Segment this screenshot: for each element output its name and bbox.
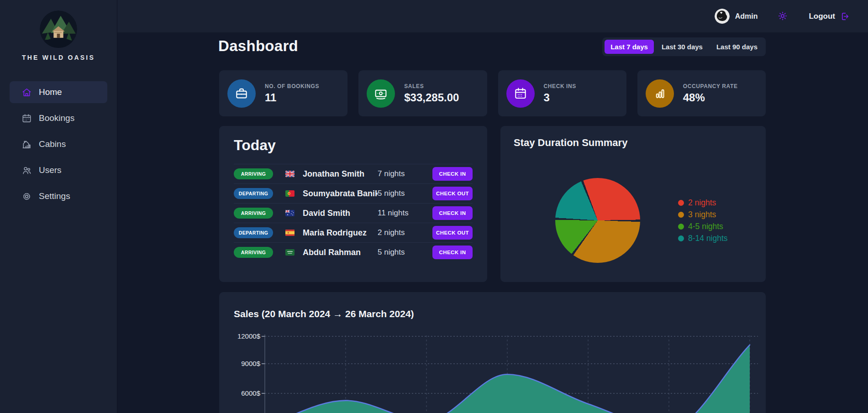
filter-last-90-days[interactable]: Last 90 days xyxy=(710,40,763,54)
today-row: ARRIVING David Smith 11 nights CHECK IN xyxy=(234,203,473,223)
sidebar-item-label: Home xyxy=(39,87,62,97)
check-in-button[interactable]: CHECK IN xyxy=(432,206,473,220)
gear-icon xyxy=(21,191,32,202)
y-tick-6000: 6000$ xyxy=(241,389,260,397)
stay-length: 2 nights xyxy=(378,228,432,237)
pie-chart xyxy=(555,178,640,263)
stay-duration-title: Stay Duration Summary xyxy=(514,137,752,149)
today-panel: Today ARRIVING Jonathan Smith 7 nights C… xyxy=(219,126,487,282)
sidebar-item-label: Settings xyxy=(39,191,70,201)
legend-label: 2 nights xyxy=(688,198,716,208)
filter-last-30-days[interactable]: Last 30 days xyxy=(656,40,709,54)
today-title: Today xyxy=(234,137,473,154)
flag-portugal-icon xyxy=(285,190,295,197)
stats-row: NO. OF BOOKINGS 11 SALES $33,285.00 CHEC… xyxy=(219,70,766,116)
legend-label: 3 nights xyxy=(688,210,716,220)
legend-label: 8-14 nights xyxy=(688,234,728,243)
status-badge: DEPARTING xyxy=(234,188,273,199)
logout-button[interactable]: Logout xyxy=(809,11,850,21)
logout-label: Logout xyxy=(809,12,835,21)
sales-area-chart: 12000$ 9000$ 6000$ xyxy=(219,292,766,413)
guest-name: Soumyabrata Banik xyxy=(303,189,378,199)
pie-legend-item: 2 nights xyxy=(678,197,728,209)
user-name: Admin xyxy=(735,12,758,21)
cabin-icon xyxy=(21,139,32,150)
stat-value: 3 xyxy=(544,91,576,104)
pie-legend-item: 8-14 nights xyxy=(678,232,728,244)
dark-mode-toggle[interactable] xyxy=(778,11,789,22)
today-row: ARRIVING Abdul Rahman 5 nights CHECK IN xyxy=(234,242,473,262)
sidebar-item-bookings[interactable]: Bookings xyxy=(10,107,107,129)
sidebar-item-label: Cabins xyxy=(39,139,66,149)
stay-duration-panel: Stay Duration Summary 2 nights 3 nights … xyxy=(500,126,766,282)
legend-dot xyxy=(678,212,684,218)
bar-chart-icon xyxy=(646,79,674,108)
stat-value: 11 xyxy=(265,91,319,104)
sidebar-item-home[interactable]: Home xyxy=(10,81,107,103)
banknote-icon xyxy=(367,79,395,108)
stay-length: 5 nights xyxy=(378,248,432,257)
briefcase-icon xyxy=(227,79,256,108)
status-badge: ARRIVING xyxy=(234,208,273,219)
guest-name: David Smith xyxy=(303,209,378,218)
sidebar-item-label: Bookings xyxy=(39,113,74,123)
legend-label: 4-5 nights xyxy=(688,222,723,231)
home-icon xyxy=(21,87,32,98)
today-list: ARRIVING Jonathan Smith 7 nights CHECK I… xyxy=(234,164,473,262)
avatar xyxy=(715,9,730,24)
calendar-icon xyxy=(506,79,535,108)
y-tick-9000: 9000$ xyxy=(241,360,260,367)
today-row: DEPARTING Maria Rodriguez 2 nights CHECK… xyxy=(234,223,473,242)
legend-dot xyxy=(678,235,684,241)
sidebar-item-users[interactable]: Users xyxy=(10,159,107,181)
pie-legend-item: 4-5 nights xyxy=(678,220,728,232)
sidebar: THE WILD OASIS Home Bookings Cabins xyxy=(0,0,117,413)
brand-name: THE WILD OASIS xyxy=(22,54,95,61)
stat-label: NO. OF BOOKINGS xyxy=(265,83,319,89)
stay-length: 7 nights xyxy=(378,169,432,178)
stat-card-sales: SALES $33,285.00 xyxy=(358,70,487,116)
app-logo xyxy=(40,10,77,48)
app-window: THE WILD OASIS Home Bookings Cabins xyxy=(0,0,868,413)
status-badge: DEPARTING xyxy=(234,227,273,238)
flag-saudi-arabia-icon xyxy=(285,249,295,256)
sales-panel: Sales (20 March 2024 → 26 March 2024) xyxy=(219,292,766,413)
guest-name: Jonathan Smith xyxy=(303,169,378,179)
stat-value: 48% xyxy=(683,91,738,104)
user-menu[interactable]: Admin xyxy=(715,9,758,24)
guest-name: Abdul Rahman xyxy=(303,248,378,257)
stat-label: SALES xyxy=(404,83,459,89)
check-out-button[interactable]: CHECK OUT xyxy=(432,187,473,200)
stat-value: $33,285.00 xyxy=(404,91,459,104)
pie-legend-item: 3 nights xyxy=(678,209,728,220)
y-tick-12000: 12000$ xyxy=(237,332,261,340)
check-in-button[interactable]: CHECK IN xyxy=(432,246,473,259)
today-row: DEPARTING Soumyabrata Banik 5 nights CHE… xyxy=(234,183,473,203)
sidebar-item-cabins[interactable]: Cabins xyxy=(10,133,107,155)
stat-card-bookings: NO. OF BOOKINGS 11 xyxy=(219,70,347,116)
stay-length: 5 nights xyxy=(378,189,432,198)
header: Admin Logout xyxy=(117,0,868,33)
filter-last-7-days[interactable]: Last 7 days xyxy=(605,40,654,54)
guest-name: Maria Rodriguez xyxy=(303,228,378,238)
check-out-button[interactable]: CHECK OUT xyxy=(432,226,473,240)
date-range-filter: Last 7 days Last 30 days Last 90 days xyxy=(602,37,766,56)
flag-australia-icon xyxy=(285,210,295,216)
calendar-icon xyxy=(21,113,32,124)
flag-uk-icon xyxy=(285,171,295,177)
legend-dot xyxy=(678,224,684,230)
sidebar-nav: Home Bookings Cabins Users xyxy=(0,81,117,207)
stat-card-checkins: CHECK INS 3 xyxy=(498,70,626,116)
check-in-button[interactable]: CHECK IN xyxy=(432,167,473,181)
flag-spain-icon xyxy=(285,230,295,236)
pie-legend: 2 nights 3 nights 4-5 nights 8-14 nights xyxy=(678,197,728,244)
sidebar-item-settings[interactable]: Settings xyxy=(10,185,107,207)
today-row: ARRIVING Jonathan Smith 7 nights CHECK I… xyxy=(234,164,473,183)
legend-dot xyxy=(678,200,684,206)
sidebar-item-label: Users xyxy=(39,165,62,175)
sales-area-fill xyxy=(265,345,750,413)
page-title: Dashboard xyxy=(218,37,298,55)
users-icon xyxy=(21,165,32,176)
stat-label: OCCUPANCY RATE xyxy=(683,83,738,89)
status-badge: ARRIVING xyxy=(234,247,273,258)
